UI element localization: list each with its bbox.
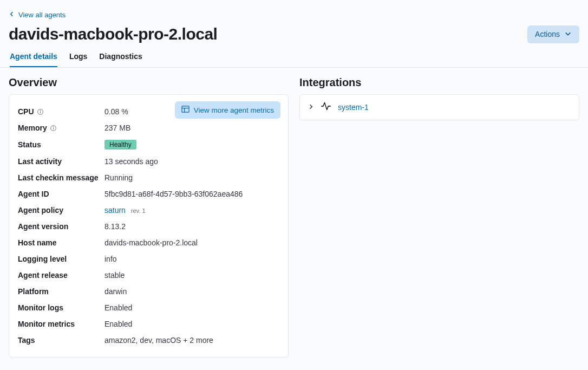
tab-diagnostics[interactable]: Diagnostics <box>99 52 142 67</box>
integration-item[interactable]: system-1 <box>308 101 571 114</box>
overview-panel: View more agent metrics CPU 0.08 % Memor… <box>9 94 289 358</box>
agent-policy-label: Agent policy <box>18 206 104 215</box>
tab-agent-details[interactable]: Agent details <box>10 52 57 67</box>
svg-point-8 <box>53 126 54 127</box>
info-icon[interactable] <box>37 108 44 115</box>
agent-id-value: 5fbc9d81-a68f-4d57-9bb3-63f062aea486 <box>104 190 243 198</box>
integration-item-label: system-1 <box>338 103 369 112</box>
chevron-right-icon <box>308 102 314 112</box>
cpu-value: 0.08 % <box>104 107 128 116</box>
last-activity-value: 13 seconds ago <box>104 157 158 166</box>
host-name-label: Host name <box>18 238 104 247</box>
last-activity-label: Last activity <box>18 157 104 166</box>
platform-value: darwin <box>104 287 127 296</box>
tabs: Agent details Logs Diagnostics <box>0 48 588 68</box>
agent-release-label: Agent release <box>18 271 104 280</box>
last-checkin-value: Running <box>104 173 133 182</box>
chevron-down-icon <box>564 30 572 39</box>
chevron-left-icon <box>9 11 15 19</box>
host-name-value: davids-macbook-pro-2.local <box>104 238 198 247</box>
monitor-logs-label: Monitor logs <box>18 303 104 312</box>
cpu-label: CPU <box>18 107 104 116</box>
agent-policy-rev: rev. 1 <box>131 207 146 214</box>
back-link-text: View all agents <box>18 11 66 19</box>
view-more-metrics-label: View more agent metrics <box>194 106 274 114</box>
overview-heading: Overview <box>9 76 289 89</box>
tags-value: amazon2, dev, macOS + 2 more <box>104 336 213 345</box>
agent-policy-link[interactable]: saturn <box>104 206 126 215</box>
metrics-icon <box>181 105 190 115</box>
monitor-metrics-value: Enabled <box>104 320 132 328</box>
page-title: davids-macbook-pro-2.local <box>9 25 217 43</box>
platform-label: Platform <box>18 287 104 296</box>
svg-point-5 <box>40 110 41 111</box>
back-link[interactable]: View all agents <box>9 11 66 19</box>
monitor-metrics-label: Monitor metrics <box>18 320 104 328</box>
memory-label: Memory <box>18 124 104 132</box>
last-checkin-label: Last checkin message <box>18 173 104 182</box>
agent-id-label: Agent ID <box>18 190 104 198</box>
integrations-panel: system-1 <box>299 94 579 120</box>
monitor-logs-value: Enabled <box>104 303 132 312</box>
status-badge: Healthy <box>104 140 136 150</box>
tags-label: Tags <box>18 336 104 345</box>
memory-value: 237 MB <box>104 124 130 132</box>
tab-logs[interactable]: Logs <box>69 52 87 67</box>
logging-level-label: Logging level <box>18 255 104 263</box>
svg-rect-0 <box>182 106 189 112</box>
integrations-heading: Integrations <box>299 76 579 89</box>
logging-level-value: info <box>104 255 117 263</box>
actions-button-label: Actions <box>535 30 560 38</box>
actions-button[interactable]: Actions <box>527 25 579 43</box>
system-integration-icon <box>321 101 331 114</box>
agent-version-value: 8.13.2 <box>104 222 126 231</box>
agent-version-label: Agent version <box>18 222 104 231</box>
info-icon[interactable] <box>50 125 57 132</box>
agent-release-value: stable <box>104 271 125 280</box>
status-label: Status <box>18 140 104 149</box>
view-more-metrics-button[interactable]: View more agent metrics <box>175 101 280 119</box>
